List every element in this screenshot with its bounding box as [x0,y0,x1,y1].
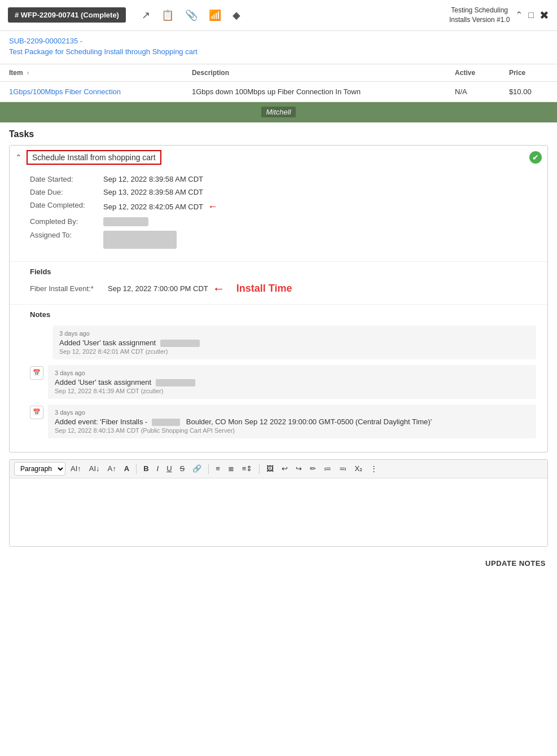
assigned-to-value [103,231,177,249]
completed-by-value [103,217,148,226]
align-btn[interactable]: ≡⇕ [239,463,256,474]
editor-body[interactable] [10,478,547,546]
editor-toolbar: Paragraph AI↑ AI↓ A↑ A B I U S 🔗 ≡ ≣ ≡⇕ … [10,460,547,478]
map-label: Mitchell [261,107,295,117]
link-btn[interactable]: 🔗 [190,463,204,474]
note-meta: Sep 12, 2022 8:40:13 AM CDT (Public Shop… [55,427,529,434]
note-blurred [156,379,195,386]
close-icon[interactable]: ✖ [540,8,549,22]
page-footer: UPDATE NOTES [0,553,557,577]
note-blurred [160,340,200,347]
red-arrow-install-icon: ← [213,282,225,296]
tasks-heading: Tasks [9,129,548,139]
completed-by-row: Completed By: [30,217,536,226]
antenna-icon[interactable]: 📶 [209,9,221,21]
ai-decrease-btn[interactable]: AI↓ [86,463,103,474]
note-text: Added event: 'Fiber Installs - Boulder, … [55,417,529,426]
subscript-btn[interactable]: X₂ [352,463,365,474]
diamond-icon[interactable]: ◆ [233,9,240,21]
note-content: 3 days ago Added 'User' task assignment … [48,365,536,399]
note-meta: Sep 12, 2022 8:41:39 AM CDT (zcutler) [55,388,529,394]
paragraph-select[interactable]: Paragraph [14,462,65,476]
item-description: 1Gbps down 100Mbps up Fiber Connection I… [183,81,446,102]
date-due-value: Sep 13, 2022 8:39:58 AM CDT [103,188,203,196]
assigned-to-blurred [103,231,177,249]
undo-btn[interactable]: ↩ [279,463,291,474]
date-completed-label: Date Completed: [30,201,103,213]
toolbar-separator [259,464,260,474]
date-started-value: Sep 12, 2022 8:39:58 AM CDT [103,175,203,183]
fiber-install-value: Sep 12, 2022 7:00:00 PM CDT [108,284,208,293]
outdent-btn[interactable]: ≕ [336,463,349,474]
task-details: Date Started: Sep 12, 2022 8:39:58 AM CD… [10,169,547,261]
completed-by-blurred [103,217,148,226]
col-item[interactable]: Item ↑ [0,64,183,81]
redo-btn[interactable]: ↪ [293,463,305,474]
note-item: 📅 3 days ago Added 'User' task assignmen… [30,365,536,399]
install-time-annotation: Install Time [236,283,292,295]
chevron-up-icon[interactable]: ⌃ [515,10,523,20]
fields-heading: Fields [30,267,536,276]
update-notes-button[interactable]: UPDATE NOTES [485,559,546,568]
sub-id[interactable]: SUB-2209-00002135 - [9,37,548,45]
task-name[interactable]: Schedule Install from shopping cart [27,150,161,165]
font-increase-btn[interactable]: A↑ [105,463,119,474]
more-btn[interactable]: ⋮ [367,463,380,474]
assigned-to-label: Assigned To: [30,231,103,249]
date-started-label: Date Started: [30,175,103,183]
col-price: Price [500,64,557,81]
fiber-install-row: Fiber Install Event:* Sep 12, 2022 7:00:… [30,282,536,296]
toolbar-separator [136,464,137,474]
header-right-group: Testing SchedulingInstalls Version #1.0 … [449,6,549,25]
italic-btn[interactable]: I [154,463,162,474]
editor-wrapper: Paragraph AI↑ AI↓ A↑ A B I U S 🔗 ≡ ≣ ≡⇕ … [9,459,548,547]
date-due-row: Date Due: Sep 13, 2022 8:39:58 AM CDT [30,188,536,196]
fields-section: Fields Fiber Install Event:* Sep 12, 202… [10,261,547,304]
note-time: 3 days ago [55,409,529,416]
image-btn[interactable]: 🖼 [264,463,277,474]
sub-title: Test Package for Scheduling Install thro… [9,47,548,56]
date-completed-row: Date Completed: Sep 12, 2022 8:42:05 AM … [30,201,536,213]
list-ordered-btn[interactable]: ≣ [225,463,237,474]
version-text: Testing SchedulingInstalls Version #1.0 [449,6,510,25]
note-blurred [152,419,180,426]
note-time: 3 days ago [59,330,529,337]
sort-arrow-icon: ↑ [27,70,29,76]
date-due-label: Date Due: [30,188,103,196]
fiber-install-label: Fiber Install Event:* [30,284,103,293]
item-link[interactable]: 1Gbps/100Mbps Fiber Connection [9,87,121,96]
strikethrough-btn[interactable]: S [177,463,188,474]
table-row: 1Gbps/100Mbps Fiber Connection 1Gbps dow… [0,81,557,102]
note-text: Added 'User' task assignment [55,378,529,386]
ai-increase-btn[interactable]: AI↑ [68,463,84,474]
col-description: Description [183,64,446,81]
item-price: $10.00 [500,81,557,102]
trend-icon[interactable]: ↗ [142,9,150,21]
notes-section: Notes 3 days ago Added 'User' task assig… [10,304,547,452]
note-text: Added 'User' task assignment [59,339,529,347]
note-content: 3 days ago Added event: 'Fiber Installs … [48,405,536,438]
maximize-icon[interactable]: □ [528,10,534,20]
list-unordered-btn[interactable]: ≡ [213,463,223,474]
highlight-btn[interactable]: ✏ [307,463,319,474]
tasks-section: Tasks ⌃ Schedule Install from shopping c… [0,122,557,452]
map-strip: Mitchell [0,102,557,122]
note-calendar-icon: 📅 [30,406,43,419]
font-color-btn[interactable]: A [121,463,132,474]
task-collapse-icon[interactable]: ⌃ [15,153,22,162]
clipboard-icon[interactable]: 📋 [161,9,174,21]
completed-by-label: Completed By: [30,217,103,226]
note-calendar-icon: 📅 [30,366,43,380]
paperclip-icon[interactable]: 📎 [185,9,198,21]
underline-btn[interactable]: U [164,463,174,474]
bold-btn[interactable]: B [141,463,151,474]
task-item: ⌃ Schedule Install from shopping cart ✔ … [9,145,548,452]
assigned-to-row: Assigned To: [30,231,536,249]
task-header: ⌃ Schedule Install from shopping cart ✔ [10,146,547,169]
indent-btn[interactable]: ≔ [321,463,334,474]
notes-heading: Notes [30,310,536,319]
sub-header: SUB-2209-00002135 - Test Package for Sch… [0,31,557,64]
ticket-id-badge[interactable]: # WFP-2209-00741 (Complete) [8,7,126,23]
task-complete-icon: ✔ [529,151,542,164]
date-completed-value: Sep 12, 2022 8:42:05 AM CDT ← [103,201,218,213]
